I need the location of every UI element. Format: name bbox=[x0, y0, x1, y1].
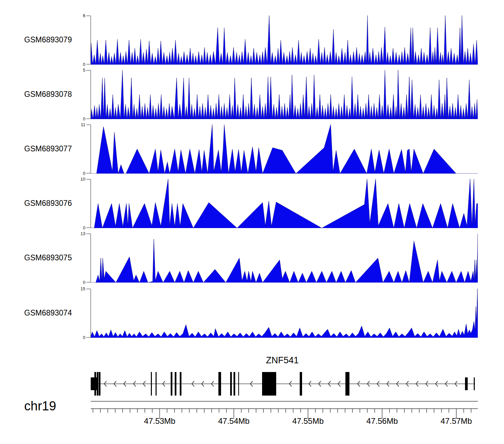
coverage-area-plot bbox=[91, 289, 478, 338]
y-axis-min-label: 0 bbox=[70, 116, 85, 121]
track-label: GSM6893079 bbox=[24, 35, 81, 44]
y-axis-min-label: 0 bbox=[70, 280, 85, 285]
exon-box bbox=[94, 372, 96, 396]
coverage-area-plot bbox=[91, 124, 478, 174]
exon-box bbox=[262, 372, 276, 396]
gene-name-label: ZNF541 bbox=[249, 355, 316, 366]
y-axis-min-label: 0 bbox=[70, 171, 85, 176]
exon-box bbox=[171, 372, 172, 396]
track-label: GSM6893078 bbox=[24, 90, 81, 99]
utr-box bbox=[91, 377, 97, 390]
track-label: GSM6893074 bbox=[24, 308, 81, 318]
y-axis bbox=[86, 70, 91, 119]
genome-browser-figure: GSM6893079 6 0 GSM6893078 5 0 GSM6893077… bbox=[0, 0, 504, 444]
exon-box bbox=[345, 372, 349, 396]
y-axis-max-label: 6 bbox=[70, 13, 85, 18]
y-axis bbox=[86, 124, 91, 174]
coverage-polygon bbox=[91, 124, 478, 174]
exon-box bbox=[230, 372, 232, 396]
exon-box bbox=[300, 372, 302, 396]
y-axis-min-label: 0 bbox=[70, 335, 85, 340]
exon-box bbox=[97, 372, 98, 396]
y-axis bbox=[86, 15, 91, 65]
exon-box bbox=[99, 372, 100, 396]
track-label: GSM6893076 bbox=[24, 199, 81, 208]
exon-box bbox=[234, 372, 235, 396]
gene-model-track bbox=[91, 367, 478, 404]
exon-box bbox=[180, 372, 181, 396]
exon-box bbox=[151, 372, 152, 396]
y-axis-max-label: 13 bbox=[70, 231, 85, 236]
y-axis-max-label: 11 bbox=[70, 122, 85, 127]
exon-box bbox=[175, 372, 176, 396]
coverage-area-plot bbox=[91, 233, 478, 283]
coverage-polygon bbox=[91, 15, 478, 65]
y-axis bbox=[86, 289, 91, 338]
exon-box bbox=[156, 372, 157, 396]
coverage-area-plot bbox=[91, 15, 478, 65]
y-axis bbox=[86, 233, 91, 283]
track-label: GSM6893077 bbox=[24, 144, 81, 153]
y-axis bbox=[86, 179, 91, 228]
coverage-polygon bbox=[91, 70, 478, 119]
chromosome-label: chr19 bbox=[24, 399, 56, 413]
axis-tick-label: 47.54Mb bbox=[210, 416, 257, 426]
coverage-area-plot bbox=[91, 179, 478, 228]
y-axis-max-label: 10 bbox=[70, 177, 85, 182]
y-axis-max-label: 5 bbox=[70, 68, 85, 73]
coverage-polygon bbox=[91, 233, 478, 283]
axis-tick-label: 47.53Mb bbox=[136, 416, 183, 426]
axis-tick-label: 47.56Mb bbox=[359, 416, 406, 426]
y-axis-min-label: 0 bbox=[70, 62, 85, 67]
exon-box bbox=[238, 372, 239, 396]
axis-tick-label: 47.55Mb bbox=[285, 416, 332, 426]
coverage-polygon bbox=[91, 179, 478, 228]
y-axis-max-label: 15 bbox=[70, 286, 85, 291]
track-label: GSM6893075 bbox=[24, 253, 81, 262]
coverage-polygon bbox=[91, 289, 478, 338]
coverage-area-plot bbox=[91, 70, 478, 119]
y-axis-min-label: 0 bbox=[70, 225, 85, 230]
exon-box bbox=[218, 372, 221, 396]
utr-box bbox=[474, 377, 475, 390]
axis-tick-label: 47.57Mb bbox=[433, 416, 480, 426]
utr-box bbox=[465, 377, 468, 390]
